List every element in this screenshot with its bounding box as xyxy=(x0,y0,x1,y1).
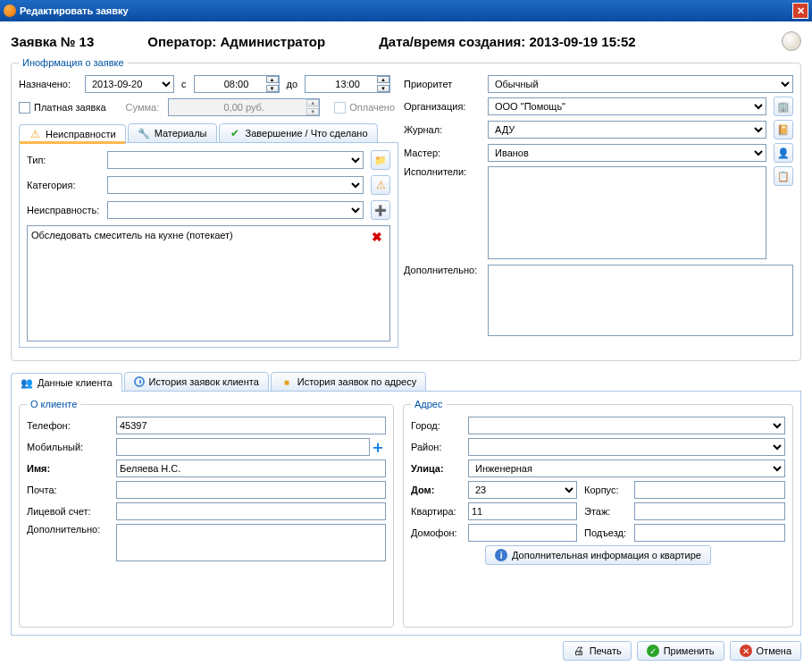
footer: Печать Применить Отмена xyxy=(11,641,801,661)
entrance-input[interactable] xyxy=(634,524,785,542)
titlebar: Редактировать заявку ✕ xyxy=(0,0,812,21)
name-input[interactable] xyxy=(116,459,386,477)
phone-input[interactable] xyxy=(116,417,386,434)
email-input[interactable] xyxy=(116,481,386,499)
add-mobile-button[interactable]: ＋ xyxy=(370,439,386,455)
account-input[interactable] xyxy=(116,502,386,520)
operator-label: Оператор: Администратор xyxy=(147,34,325,49)
fault-item-text: Обследовать смеситель на кухне (потекает… xyxy=(31,230,386,240)
tab-client-history[interactable]: История заявок клиента xyxy=(124,372,269,392)
fault-category-label: Категория: xyxy=(27,180,104,190)
tab-address-history[interactable]: История заявок по адресу xyxy=(271,372,426,392)
master-button[interactable]: 👤 xyxy=(774,143,793,163)
time-from-down[interactable]: ▼ xyxy=(266,85,279,92)
paid-flag-label: Оплачено xyxy=(349,102,395,113)
building-label: Корпус: xyxy=(584,485,634,495)
close-button[interactable]: ✕ xyxy=(792,3,808,19)
tab-client-data-label: Данные клиента xyxy=(38,377,113,388)
tab-materials[interactable]: Материалы xyxy=(128,123,217,143)
executors-label: Исполнители: xyxy=(404,166,484,177)
fault-item-delete[interactable]: ✖ xyxy=(372,230,382,244)
fault-add-button[interactable] xyxy=(371,200,390,220)
from-label: с xyxy=(181,79,187,89)
house-select[interactable]: 23 xyxy=(468,481,577,499)
faults-panel: Тип: Категория: Неисправность: xyxy=(19,142,398,348)
print-button[interactable]: Печать xyxy=(563,641,632,661)
address-history-icon xyxy=(280,375,293,388)
folder-icon xyxy=(374,154,387,166)
apply-label: Применить xyxy=(664,645,715,656)
fault-type-select[interactable] xyxy=(107,151,364,169)
additional-label: Дополнительно: xyxy=(404,265,484,275)
cancel-label: Отмена xyxy=(757,645,791,656)
fault-select[interactable] xyxy=(107,201,364,219)
master-select[interactable]: Иванов xyxy=(488,144,766,162)
intercom-input[interactable] xyxy=(468,524,577,542)
journal-label: Журнал: xyxy=(404,124,484,135)
city-select[interactable] xyxy=(468,417,785,434)
flat-info-label: Дополнительная информация о квартире xyxy=(512,550,701,561)
tab-completion[interactable]: Завершение / Что сделано xyxy=(219,123,378,143)
mobile-input[interactable] xyxy=(116,438,370,456)
log-icon[interactable] xyxy=(782,31,801,51)
name-label: Имя: xyxy=(27,463,116,474)
client-additional-input[interactable] xyxy=(116,524,386,561)
fault-name-label: Неисправность: xyxy=(27,205,104,215)
street-select[interactable]: Инженерная xyxy=(468,459,785,477)
info-icon xyxy=(495,549,507,561)
created-label: Дата/время создания: 2013-09-19 15:52 xyxy=(379,34,636,49)
additional-text[interactable] xyxy=(488,265,793,336)
street-label: Улица: xyxy=(411,463,468,474)
executors-list[interactable] xyxy=(488,166,766,259)
assigned-label: Назначено: xyxy=(19,79,81,89)
header: Заявка № 13 Оператор: Администратор Дата… xyxy=(11,29,801,54)
org-select[interactable]: ООО "Помощь" xyxy=(488,97,766,115)
fault-type-browse-button[interactable] xyxy=(371,150,390,170)
warning-icon xyxy=(374,179,387,191)
sum-down: ▼ xyxy=(306,108,319,115)
fault-category-select[interactable] xyxy=(107,176,364,194)
cancel-button[interactable]: Отмена xyxy=(730,641,801,661)
client-panel: О клиенте Телефон: Мобильный:＋ Имя: Почт… xyxy=(11,391,801,636)
district-label: Район: xyxy=(411,442,468,452)
building-input[interactable] xyxy=(634,481,785,499)
plus-icon xyxy=(374,204,387,216)
tab-completion-label: Завершение / Что сделано xyxy=(246,128,368,139)
journal-select[interactable]: АДУ xyxy=(488,121,766,139)
clients-icon xyxy=(21,376,33,389)
flat-label: Квартира: xyxy=(411,506,468,517)
request-info-legend: Инофрмация о заявке xyxy=(19,57,128,68)
tab-address-history-label: История заявок по адресу xyxy=(297,376,416,387)
check-icon xyxy=(229,127,241,139)
flat-info-button[interactable]: Дополнительная информация о квартире xyxy=(485,545,711,565)
priority-select[interactable]: Обычный xyxy=(488,75,793,93)
faults-tabs: Неисправности Материалы Завершение / Что… xyxy=(19,123,398,143)
materials-icon xyxy=(138,127,150,139)
entrance-label: Подъезд: xyxy=(584,527,634,538)
paid-label: Платная заявка xyxy=(34,102,106,113)
client-legend: О клиенте xyxy=(27,399,80,409)
time-from-up[interactable]: ▲ xyxy=(266,76,279,83)
district-select[interactable] xyxy=(468,438,785,456)
time-to-down[interactable]: ▼ xyxy=(377,85,389,92)
faults-list[interactable]: Обследовать смеситель на кухне (потекает… xyxy=(27,225,390,341)
floor-input[interactable] xyxy=(634,502,785,520)
house-label: Дом: xyxy=(411,485,468,495)
flat-input[interactable] xyxy=(468,502,577,520)
client-fieldset: О клиенте Телефон: Мобильный:＋ Имя: Почт… xyxy=(19,399,394,628)
email-label: Почта: xyxy=(27,485,116,495)
assigned-date[interactable]: 2013-09-20 xyxy=(85,75,174,93)
journal-button[interactable]: 📔 xyxy=(774,120,793,139)
paid-checkbox[interactable] xyxy=(19,102,30,114)
print-icon xyxy=(573,645,585,657)
org-button[interactable]: 🏢 xyxy=(774,97,793,116)
executors-button[interactable]: 📋 xyxy=(774,166,793,186)
mobile-label: Мобильный: xyxy=(27,442,116,452)
time-to-up[interactable]: ▲ xyxy=(377,76,389,83)
tab-client-data[interactable]: Данные клиента xyxy=(11,373,122,392)
address-fieldset: Адрес Город: Район: Улица:Инженерная Дом… xyxy=(403,399,793,628)
fault-category-warn-button[interactable] xyxy=(371,175,390,195)
sum-up: ▲ xyxy=(306,99,319,106)
tab-faults[interactable]: Неисправности xyxy=(19,124,126,144)
apply-button[interactable]: Применить xyxy=(637,641,724,661)
